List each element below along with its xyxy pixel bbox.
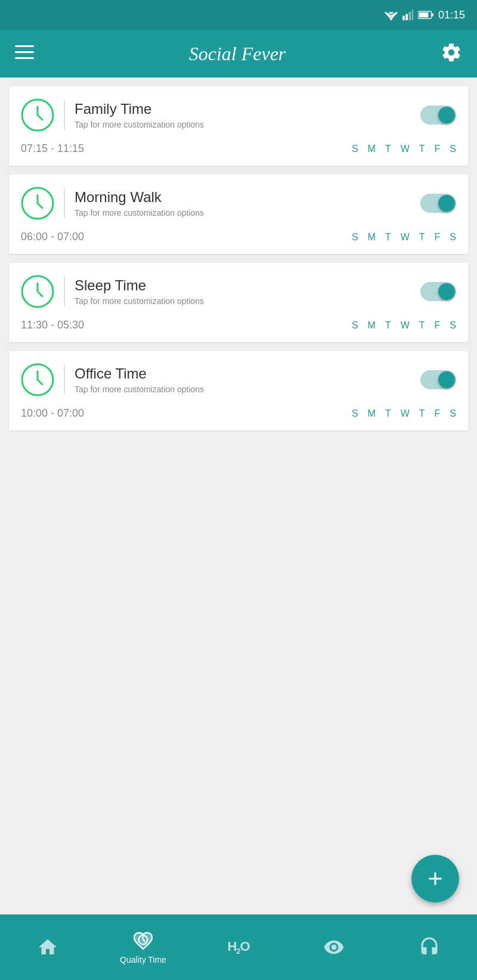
day-s2: S [450, 408, 456, 419]
card-divider [64, 365, 65, 395]
nav-item-quality-time[interactable]: Quality Time [95, 930, 191, 965]
card-left: Sleep Time Tap for more customization op… [21, 275, 204, 308]
day-w: W [401, 232, 410, 243]
card-top: Sleep Time Tap for more customization op… [21, 275, 456, 308]
h2o-icon: H2O [227, 939, 249, 956]
clock-icon [21, 187, 54, 220]
days-row: S M T W T F S [352, 408, 456, 419]
day-f: F [435, 232, 441, 243]
card-bottom: 07:15 - 11:15 S M T W T F S [21, 142, 456, 155]
battery-icon [418, 11, 433, 19]
svg-rect-7 [412, 10, 413, 20]
day-f: F [435, 408, 441, 419]
clock-icon [21, 98, 54, 132]
day-s2: S [450, 144, 456, 154]
card-left: Family Time Tap for more customization o… [21, 98, 204, 132]
day-t1: T [385, 144, 391, 154]
card-info: Office Time Tap for more customization o… [75, 365, 204, 394]
day-w: W [401, 320, 410, 331]
day-t2: T [419, 144, 425, 154]
day-t2: T [419, 232, 425, 243]
svg-rect-4 [402, 16, 405, 21]
day-s1: S [352, 144, 358, 154]
card-subtitle: Tap for more customization options [75, 296, 204, 306]
day-t1: T [385, 408, 391, 419]
app-header: Social Fever [0, 30, 477, 77]
day-t2: T [419, 320, 425, 331]
svg-rect-10 [419, 13, 429, 18]
svg-rect-12 [15, 51, 34, 53]
main-content: Family Time Tap for more customization o… [0, 77, 477, 914]
card-morning-walk[interactable]: Morning Walk Tap for more customization … [9, 175, 468, 254]
card-sleep-time[interactable]: Sleep Time Tap for more customization op… [9, 263, 468, 342]
card-title: Sleep Time [75, 277, 204, 294]
svg-point-3 [390, 18, 392, 21]
day-s1: S [352, 232, 358, 243]
status-time: 01:15 [438, 9, 465, 21]
card-left: Office Time Tap for more customization o… [21, 363, 204, 396]
card-info: Sleep Time Tap for more customization op… [75, 277, 204, 306]
card-bottom: 06:00 - 07:00 S M T W T F S [21, 231, 456, 243]
bottom-nav: Quality Time H2O [0, 914, 477, 980]
card-title: Morning Walk [75, 189, 204, 206]
toggle-sleep-time[interactable] [420, 282, 456, 301]
day-m: M [368, 144, 376, 154]
card-top: Morning Walk Tap for more customization … [21, 187, 456, 220]
nav-item-monitor[interactable] [286, 936, 382, 958]
days-row: S M T W T F S [352, 320, 456, 331]
toggle-family-time[interactable] [420, 106, 456, 125]
day-f: F [435, 320, 441, 331]
add-button[interactable] [411, 855, 459, 903]
card-left: Morning Walk Tap for more customization … [21, 187, 204, 220]
nav-item-home[interactable] [0, 936, 95, 958]
spacer [9, 439, 468, 905]
card-subtitle: Tap for more customization options [75, 384, 204, 394]
svg-rect-6 [408, 12, 411, 20]
card-subtitle: Tap for more customization options [75, 208, 204, 218]
card-info: Morning Walk Tap for more customization … [75, 189, 204, 218]
nav-item-audio[interactable] [382, 936, 477, 958]
card-bottom: 10:00 - 07:00 S M T W T F S [21, 407, 456, 420]
toggle-office-time[interactable] [420, 370, 456, 389]
day-s1: S [352, 408, 358, 419]
card-office-time[interactable]: Office Time Tap for more customization o… [9, 351, 468, 430]
days-row: S M T W T F S [352, 144, 456, 154]
hamburger-icon[interactable] [15, 45, 34, 62]
card-top: Family Time Tap for more customization o… [21, 98, 456, 132]
day-w: W [401, 408, 410, 419]
time-range: 10:00 - 07:00 [21, 407, 84, 420]
clock-icon [21, 363, 54, 396]
card-subtitle: Tap for more customization options [75, 120, 204, 129]
card-divider [64, 100, 65, 130]
days-row: S M T W T F S [352, 232, 456, 243]
plus-icon [425, 868, 446, 889]
card-family-time[interactable]: Family Time Tap for more customization o… [9, 86, 468, 166]
toggle-morning-walk[interactable] [420, 194, 456, 213]
svg-rect-9 [431, 13, 433, 16]
svg-rect-5 [405, 14, 408, 21]
day-m: M [368, 320, 376, 331]
home-icon [37, 936, 58, 958]
signal-icon [402, 10, 413, 20]
nav-item-water[interactable]: H2O [191, 939, 286, 956]
heart-clock-icon [132, 930, 154, 951]
card-top: Office Time Tap for more customization o… [21, 363, 456, 396]
day-f: F [435, 144, 441, 154]
day-m: M [368, 408, 376, 419]
eye-icon [323, 936, 345, 958]
day-w: W [401, 144, 410, 154]
clock-icon [21, 275, 54, 308]
card-divider [64, 188, 65, 218]
svg-marker-2 [389, 12, 393, 15]
card-title: Office Time [75, 365, 204, 382]
day-s1: S [352, 320, 358, 331]
day-t2: T [419, 408, 425, 419]
day-m: M [368, 232, 376, 243]
gear-icon[interactable] [441, 42, 462, 66]
card-title: Family Time [75, 101, 204, 117]
wifi-icon [385, 10, 398, 20]
day-s2: S [450, 320, 456, 331]
day-t1: T [385, 320, 391, 331]
status-icons: 01:15 [385, 9, 465, 21]
time-range: 07:15 - 11:15 [21, 142, 84, 155]
